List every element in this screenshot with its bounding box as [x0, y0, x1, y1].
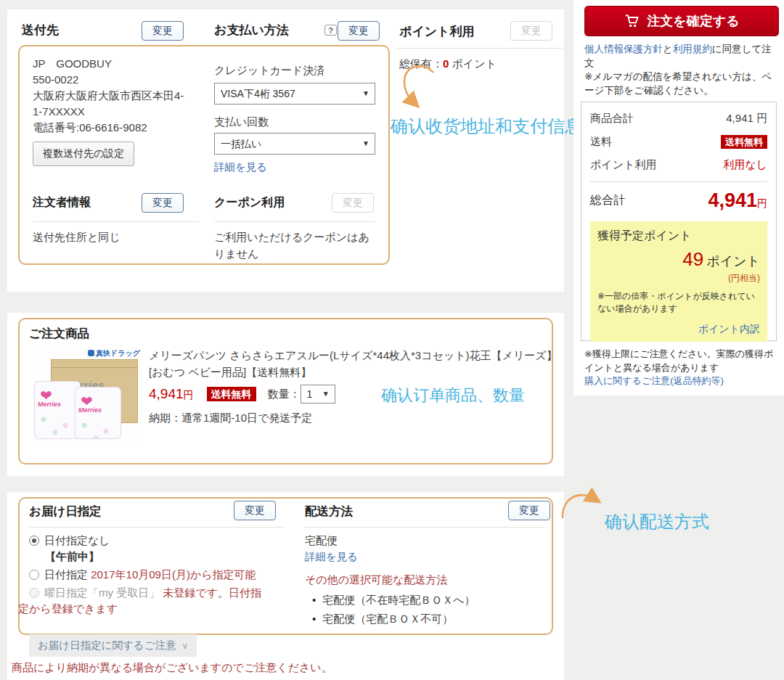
mailmag-note: ※メルマガの配信を希望されない方は、ページ下部をご確認ください。 — [584, 70, 780, 98]
delivery-date-option-date-note: 2017年10月09日(月)から指定可能 — [91, 568, 256, 581]
delivery-date-separator — [29, 527, 283, 528]
cart-icon — [624, 13, 640, 29]
payment-method: クレジットカード決済 — [214, 64, 324, 78]
shipping-address-line1: 大阪府大阪府大阪市西区本田4- — [33, 89, 184, 103]
card-select[interactable]: VISA下4桁 3567 ▼ — [214, 83, 375, 105]
radio-selected-icon[interactable] — [29, 536, 39, 546]
summary-total-unit: 円 — [757, 197, 767, 209]
payment-help-icon[interactable]: ? — [324, 25, 337, 36]
summary-free-shipping-badge: 送料無料 — [721, 135, 767, 149]
payment-change-button[interactable]: 変更 — [338, 21, 380, 41]
orderer-value: 送付先住所と同じ — [33, 231, 121, 245]
expected-points-value: 49 — [682, 248, 703, 270]
product-title[interactable]: メリーズパンツ さらさらエアスルー(Lサイズ*44枚入*3コセット)花王【メリー… — [149, 347, 561, 381]
summary-row-points: ポイント利用 利用なし — [590, 158, 767, 172]
delivery-method-details-link[interactable]: 詳細を見る — [305, 550, 358, 564]
delivery-date-option-none[interactable]: 日付指定なし — [29, 534, 110, 548]
agree-text-mid: と — [663, 44, 673, 54]
product-image[interactable]: 真快ドラッグ Merries ❤ Merries ❤ Merries — [33, 348, 142, 441]
summary-subtotal-label: 商品合計 — [590, 112, 634, 126]
delivery-date-option-weekday: 曜日指定「my 受取日」 未登録です。日付指 — [29, 586, 261, 600]
shipping-postal: 550-0022 — [33, 73, 78, 86]
installments-select-value: 一括払い — [221, 138, 261, 149]
purchase-note-link[interactable]: 購入に関するご注意(返品特約等) — [584, 374, 724, 388]
expected-points-title: 獲得予定ポイント — [597, 229, 760, 244]
payment-details-link[interactable]: 詳細を見る — [214, 160, 267, 174]
product-price-unit: 円 — [184, 389, 194, 401]
expected-points-box: 獲得予定ポイント 49 ポイント (円相当) ※一部の倍率・ポイントが反映されて… — [590, 221, 767, 342]
summary-points-value: 利用なし — [723, 158, 767, 172]
delivery-method-change-button[interactable]: 変更 — [508, 501, 550, 520]
product-delivery-note: 納期：通常1週間-10日で発送予定 — [149, 411, 312, 425]
installments-select-caret-icon: ▼ — [362, 134, 369, 154]
shipping-address-line2: 1-7XXXXX — [33, 105, 85, 118]
checkout-info-panel: 送付先 変更 お支払い方法 ? 変更 ポイント利用 変更 総保有：0 ポイント … — [7, 9, 564, 292]
points-cap-note: ※獲得上限にご注意ください。実際の獲得ポイントと異なる場合があります — [584, 348, 782, 375]
terms-link[interactable]: 利用規約 — [673, 44, 712, 54]
confirm-order-button-label: 注文を確定する — [647, 12, 739, 30]
radio-icon[interactable] — [29, 570, 39, 580]
shipping-recipient: JP GOODBUY — [33, 57, 112, 71]
delivery-date-notice-toggle[interactable]: お届け日指定に関するご注意∨ — [29, 634, 197, 657]
summary-total-label: 総合計 — [590, 193, 625, 208]
delivery-date-option-weekday-label: 曜日指定「my 受取日」 — [44, 586, 163, 599]
confirm-order-button[interactable]: 注文を確定する — [584, 6, 779, 36]
product-image-shop-tag: 真快ドラッグ — [88, 348, 140, 359]
radio-disabled-icon — [29, 588, 39, 598]
delivery-date-change-button[interactable]: 変更 — [234, 501, 276, 520]
annotation-confirm-address-payment: 确认收货地址和支付信息 — [391, 115, 582, 138]
coupon-section-title: クーポン利用 — [214, 195, 285, 210]
summary-shipping-label: 送料 — [590, 135, 612, 149]
product-image-pack: ❤ Merries — [34, 381, 81, 439]
expected-points-equivalent: (円相当) — [597, 272, 760, 284]
card-select-value: VISA下4桁 3567 — [221, 88, 295, 99]
delivery-date-title: お届け日指定 — [29, 504, 102, 520]
quantity-select[interactable]: 1 ▼ — [301, 385, 335, 404]
delivery-method-title: 配送方法 — [305, 504, 353, 520]
order-items-panel: ご注文商品 真快ドラッグ Merries ❤ Merries ❤ Merries… — [7, 313, 564, 476]
delivery-date-option-weekday-note2: 定から登録できます — [18, 602, 118, 616]
points-separator — [397, 48, 563, 49]
shipping-section-title: 送付先 — [22, 22, 59, 38]
coupon-change-button-disabled: 変更 — [332, 193, 374, 213]
product-image-pack-brand: Merries — [78, 406, 102, 414]
delivery-method-separator — [305, 527, 544, 528]
product-image-pack-brand: Merries — [38, 401, 61, 408]
summary-row-shipping: 送料 送料無料 — [590, 135, 767, 149]
delivery-method-other-option: 宅配便（不在時宅配ＢＯＸへ） — [312, 594, 475, 607]
summary-subtotal-value: 4,941 円 — [726, 112, 767, 126]
quantity-label: 数量： — [268, 388, 301, 401]
payment-annotation-arrow-icon — [396, 64, 439, 112]
chevron-down-icon: ∨ — [182, 641, 189, 651]
order-summary-box: 商品合計 4,941 円 送料 送料無料 ポイント利用 利用なし 総合計 4,9… — [581, 102, 777, 341]
expected-points-row: 49 ポイント — [597, 248, 760, 271]
summary-points-label: ポイント利用 — [590, 158, 656, 172]
delivery-date-option-none-label: 日付指定なし — [44, 534, 110, 546]
delivery-date-option-date[interactable]: 日付指定 2017年10月09日(月)から指定可能 — [29, 568, 256, 582]
summary-row-subtotal: 商品合計 4,941 円 — [590, 112, 767, 126]
summary-separator — [590, 181, 767, 182]
orderer-change-button[interactable]: 変更 — [142, 193, 184, 213]
annotation-confirm-shipping: 确认配送方式 — [605, 510, 709, 533]
orderer-separator — [33, 221, 200, 222]
points-breakdown-link[interactable]: ポイント内訳 — [698, 323, 760, 335]
delivery-method-other-title: その他の選択可能な配送方法 — [305, 573, 447, 587]
shipping-change-button[interactable]: 変更 — [142, 21, 184, 41]
multi-address-button[interactable]: 複数送付先の設定 — [33, 142, 134, 166]
annotation-confirm-product-quantity: 确认订单商品、数量 — [381, 385, 525, 406]
product-price: 4,941円 — [149, 386, 194, 402]
points-change-button-disabled: 変更 — [510, 21, 552, 41]
delivery-method-other-options: 宅配便（不在時宅配ＢＯＸへ） 宅配便（宅配ＢＯＸ不可） — [312, 594, 475, 631]
quantity-select-value: 1 — [307, 388, 313, 400]
delivery-date-option-date-label: 日付指定 — [44, 568, 91, 581]
expected-points-note: ※一部の倍率・ポイントが反映されていない場合があります — [597, 290, 760, 315]
summary-row-total: 総合計 4,941円 — [590, 189, 767, 212]
delivery-date-option-weekday-note1: 未登録です。日付指 — [163, 586, 261, 599]
installments-select[interactable]: 一括払い ▼ — [214, 133, 375, 155]
product-price-row: 4,941円 送料無料 数量： 1 ▼ — [149, 384, 335, 404]
points-section-title: ポイント利用 — [399, 23, 475, 40]
delivery-bottom-note: 商品により納期が異なる場合がございますのでご注意ください。 — [12, 661, 332, 675]
delivery-method-other-option: 宅配便（宅配ＢＯＸ不可） — [312, 613, 475, 626]
privacy-policy-link[interactable]: 個人情報保護方針 — [584, 44, 663, 54]
summary-total: 4,941円 — [708, 189, 767, 212]
